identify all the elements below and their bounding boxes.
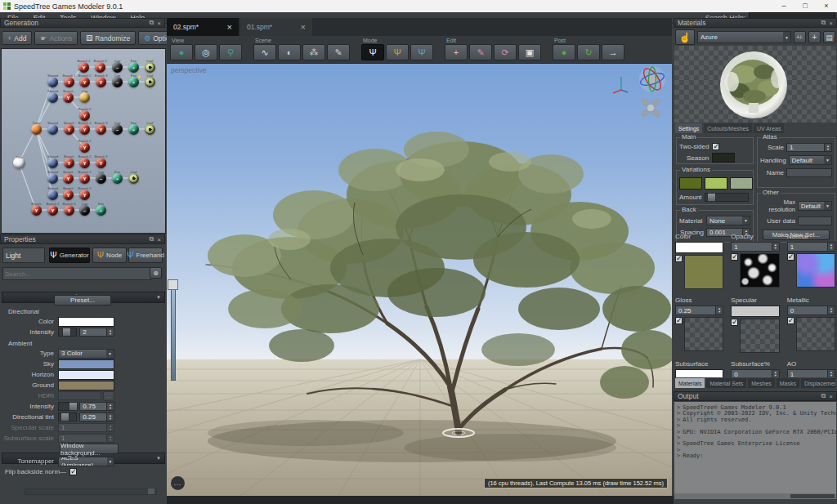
season-slider-handle[interactable] (168, 279, 178, 290)
slot-thumbnail[interactable] (796, 253, 835, 288)
slot-control[interactable] (675, 369, 723, 377)
minimize-button[interactable]: – (773, 1, 794, 12)
tab-settings[interactable]: Settings (675, 123, 702, 133)
intensity-slider[interactable] (58, 328, 77, 337)
graph-node-branch-2[interactable]: YBranch 2 (79, 124, 90, 135)
graph-node-leaf[interactable]: Leaf (145, 62, 155, 73)
ambient-intensity-slider[interactable] (58, 402, 77, 411)
amount-slider[interactable] (705, 193, 749, 202)
clear-search-icon[interactable]: ⊗ (150, 267, 162, 279)
slot-thumbnail[interactable] (740, 253, 779, 288)
shaded-view-button[interactable]: ● (170, 44, 193, 60)
paste-material-icon[interactable]: ▤ (823, 31, 835, 43)
float-panel-icon[interactable]: ⧉ (150, 235, 154, 243)
maxres-dropdown[interactable]: Default▼ (798, 201, 832, 211)
userdata-field[interactable] (798, 216, 832, 225)
viewport-options-button[interactable]: ... (171, 476, 185, 490)
graph-node-branch-3[interactable]: YBranch 3 (96, 124, 106, 135)
two-sided-checkbox[interactable] (712, 143, 719, 150)
close-panel-icon[interactable]: × (157, 20, 161, 27)
graph-node-branch[interactable]: YBranch (64, 158, 74, 168)
output-console[interactable]: >SpeedTree® Games Modeler 9.0.1>Copyrigh… (674, 402, 836, 493)
graph-node-branch-2[interactable]: YBranch 2 (79, 158, 90, 168)
graph-node-shared[interactable]: Shared (47, 158, 58, 168)
horizon-color-swatch[interactable] (58, 370, 114, 380)
viewport-3d[interactable]: perspective ... (16 cpu threads), Last C… (167, 64, 672, 496)
slot-enabled-checkbox[interactable] (787, 317, 794, 324)
slot-control[interactable]: 1▲▼ (787, 369, 835, 377)
tab-node[interactable]: Ψ Node (92, 248, 127, 263)
slot-control[interactable]: 0▲▼ (731, 369, 779, 377)
graph-node-fan[interactable]: •Fan (96, 205, 106, 216)
graph-node-branch-3[interactable]: YBranch 3 (96, 77, 106, 87)
slot-enabled-checkbox[interactable] (675, 255, 683, 262)
slot-enabled-checkbox[interactable] (675, 317, 683, 324)
graph-node-tree[interactable]: Tree (13, 157, 25, 169)
slot-control[interactable]: 1▲▼ (787, 242, 835, 252)
graph-node-branch-3[interactable]: YBranch 3 (96, 158, 106, 168)
search-input[interactable] (2, 267, 151, 280)
node-graph[interactable]: TreeTrunkYBranch 2YBranch 3~Cap•FanLeafS… (1, 48, 166, 234)
doc-tab-02spm[interactable]: 02.spm*× (167, 18, 239, 36)
maximize-button[interactable]: □ (794, 1, 816, 12)
wind-button[interactable]: ✎ (327, 44, 350, 60)
bottom-tab-meshes[interactable]: Meshes (748, 378, 775, 388)
freehand-mode-button[interactable]: Ψ (410, 44, 433, 60)
forward-button[interactable]: → (602, 44, 624, 60)
output-scrollbar[interactable] (674, 493, 836, 499)
back-material-dropdown[interactable]: None▼ (706, 216, 750, 225)
preset-button[interactable]: Preset... (54, 295, 111, 306)
slot-thumbnail[interactable] (684, 255, 723, 289)
graph-node-cap[interactable]: Cap (79, 92, 90, 103)
graph-node-fan[interactable]: •Fan (128, 62, 139, 73)
slot-control[interactable]: 0.25▲▼ (675, 306, 723, 315)
slot-thumbnail[interactable] (796, 317, 835, 351)
tonemapper-dropdown[interactable]: ACES (luminance)▼ (58, 457, 114, 466)
forces-button[interactable]: ∿ (253, 44, 276, 60)
tab-cutouts-meshes[interactable]: Cutouts/Meshes (704, 123, 752, 133)
graph-node-branch-2[interactable]: YBranch 2 (79, 110, 90, 121)
graph-node-shared[interactable]: Shared (47, 77, 58, 87)
variation-swatch-3[interactable] (730, 177, 753, 190)
slot-control[interactable] (731, 306, 779, 317)
slot-enabled-checkbox[interactable] (731, 319, 738, 326)
graph-node-fan[interactable]: •Fan (112, 173, 123, 184)
graph-node-cap[interactable]: ~Cap (112, 124, 123, 135)
graph-node-branch-3[interactable]: YBranch 3 (64, 205, 74, 216)
close-tab-icon[interactable]: × (227, 22, 232, 32)
graph-node-branch[interactable]: YBranch (31, 205, 42, 216)
bottom-tab-displacements[interactable]: Displacements (801, 378, 835, 388)
node-mode-button[interactable]: Ψ (386, 44, 409, 60)
graph-node-branch[interactable]: YBranch (63, 92, 74, 103)
randomize-button[interactable]: ⚄Randomize (80, 31, 136, 45)
sky-color-swatch[interactable] (58, 359, 114, 369)
graph-node-leaf[interactable]: Leaf (145, 77, 155, 87)
generator-mode-button[interactable]: Ψ (361, 44, 384, 60)
graph-node-branch-3[interactable]: YBranch 3 (95, 62, 105, 73)
handling-dropdown[interactable]: Default▼ (789, 155, 832, 165)
add-button[interactable]: +Add (2, 31, 32, 45)
graph-node-leaf[interactable]: Leaf (145, 124, 155, 135)
graph-node-branch-2[interactable]: YBranch 2 (78, 62, 89, 73)
slot-thumbnail[interactable] (684, 317, 723, 351)
graph-node-fan[interactable]: •Fan★ (128, 77, 139, 87)
variation-swatch-2[interactable] (705, 177, 727, 190)
bottom-tab-materials[interactable]: Materials (675, 378, 705, 388)
graph-node-fan[interactable]: •Fan (128, 124, 139, 135)
season-slider-track[interactable] (171, 283, 176, 381)
slot-thumbnail[interactable] (740, 319, 779, 353)
zoom-button[interactable]: ⚲ (219, 44, 242, 60)
add-node-button[interactable]: + (445, 44, 468, 60)
graph-node-branch[interactable]: YBranch (63, 190, 74, 200)
slot-control[interactable]: 0▲▼ (787, 306, 835, 315)
ground-color-swatch[interactable] (58, 381, 114, 390)
graph-node-trunk[interactable]: Trunk (31, 124, 42, 135)
close-tab-icon[interactable]: × (301, 22, 306, 32)
slot-enabled-checkbox[interactable] (731, 253, 738, 261)
close-panel-icon[interactable]: × (829, 20, 833, 27)
scale-spinner[interactable]: 1▲▼ (786, 143, 832, 152)
toggle-set-button[interactable]: +/- (794, 31, 806, 43)
graph-node-branch[interactable]: YBranch (63, 173, 74, 184)
graph-node-branch-2[interactable]: YBranch 2 (47, 205, 58, 216)
hand-tool-icon[interactable]: ☝ (675, 29, 695, 45)
